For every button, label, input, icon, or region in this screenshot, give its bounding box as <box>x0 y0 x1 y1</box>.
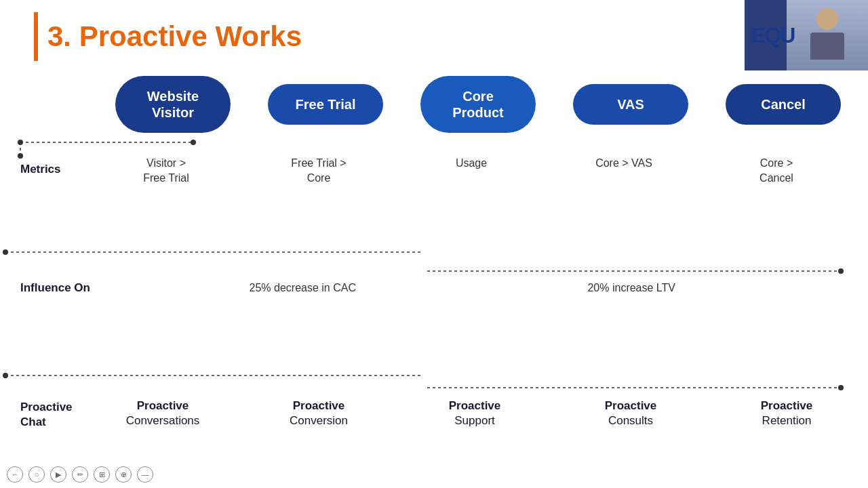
company-logo: EQU <box>751 23 794 48</box>
toolbar-zoom-out-icon[interactable]: — <box>137 466 153 483</box>
toolbar-zoom-in-icon[interactable]: ⊕ <box>115 466 132 483</box>
page-header: 3. Proactive Works <box>34 12 302 61</box>
proactive-chat: Chat <box>20 415 46 428</box>
toolbar-play-icon[interactable]: ▶ <box>50 466 66 483</box>
header-accent-bar <box>34 12 38 61</box>
svg-point-12 <box>838 385 844 390</box>
toolbar-back-icon[interactable]: ← <box>7 466 23 483</box>
bottom-toolbar: ← ○ ▶ ✏ ⊞ ⊕ — <box>7 466 153 483</box>
proactive-consults: ProactiveConsults <box>583 399 678 428</box>
proactive-bold: Proactive <box>20 401 73 413</box>
presenter-video <box>787 0 868 70</box>
metric-visitor-free-trial: Visitor >Free Trial <box>115 156 217 186</box>
person-silhouette <box>807 8 848 62</box>
metric-core-vas: Core > VAS <box>573 156 675 186</box>
metric-free-trial-core: Free Trial >Core <box>268 156 370 186</box>
toolbar-pen-icon[interactable]: ✏ <box>72 466 88 483</box>
metric-core-cancel: Core >Cancel <box>726 156 827 186</box>
influence-row: Influence On 25% decrease in CAC 20% inc… <box>0 281 868 295</box>
website-visitor-button[interactable]: WebsiteVisitor <box>115 76 231 133</box>
free-trial-button[interactable]: Free Trial <box>268 84 383 125</box>
metrics-items: Visitor >Free Trial Free Trial >Core Usa… <box>115 156 868 186</box>
proactive-retention: ProactiveRetention <box>739 399 834 428</box>
person-head <box>816 8 838 30</box>
proactive-row: Proactive Chat ProactiveConversations Pr… <box>0 399 868 430</box>
stage-buttons-row: WebsiteVisitor Free Trial CoreProduct VA… <box>115 76 841 133</box>
influence-cac: 25% decrease in CAC <box>115 282 436 294</box>
svg-point-6 <box>3 249 8 255</box>
svg-point-10 <box>3 373 8 378</box>
cancel-button[interactable]: Cancel <box>726 84 841 125</box>
title-number: 3. <box>47 20 71 52</box>
video-thumbnail: EQU <box>745 0 868 70</box>
title-text: Proactive Works <box>79 20 302 52</box>
svg-point-1 <box>18 140 23 145</box>
svg-point-2 <box>191 140 196 145</box>
proactive-conversion: ProactiveConversion <box>271 399 366 428</box>
proactive-conversations: ProactiveConversations <box>115 399 210 428</box>
core-product-button[interactable]: CoreProduct <box>420 76 536 133</box>
proactive-items: ProactiveConversations ProactiveConversi… <box>115 399 868 428</box>
toolbar-circle-icon[interactable]: ○ <box>28 466 45 483</box>
influence-items: 25% decrease in CAC 20% increase LTV <box>115 282 868 294</box>
metrics-row: Metrics Visitor >Free Trial Free Trial >… <box>0 156 868 186</box>
metric-usage: Usage <box>420 156 522 186</box>
proactive-chat-label: Proactive Chat <box>0 399 115 430</box>
svg-point-8 <box>838 268 844 274</box>
vas-button[interactable]: VAS <box>573 84 688 125</box>
metrics-label: Metrics <box>0 156 115 176</box>
influence-label: Influence On <box>0 281 115 295</box>
toolbar-grid-icon[interactable]: ⊞ <box>94 466 110 483</box>
person-body <box>810 33 844 60</box>
influence-ltv: 20% increase LTV <box>436 282 828 294</box>
page-title: 3. Proactive Works <box>47 20 302 53</box>
proactive-support: ProactiveSupport <box>427 399 522 428</box>
